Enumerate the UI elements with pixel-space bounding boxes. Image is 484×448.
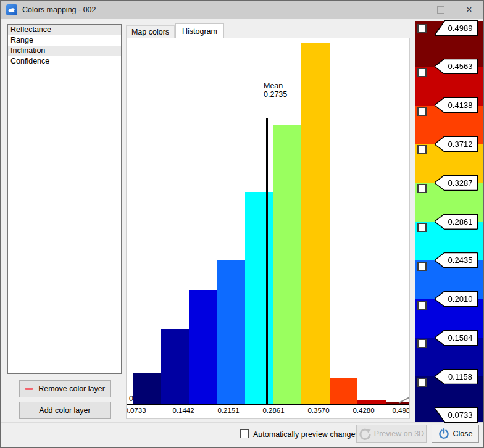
remove-color-layer-button[interactable]: Remove color layer bbox=[19, 380, 111, 397]
layer-list: ReflectanceRangeInclinationConfidence bbox=[7, 24, 122, 374]
scale-value-label: 0.3712 bbox=[435, 137, 477, 151]
power-icon bbox=[438, 428, 449, 439]
histogram-panel: 0 Mean 0.2735 0.07330.14420.21510.28610.… bbox=[126, 38, 410, 419]
segment-checkbox[interactable] bbox=[417, 145, 427, 154]
maximize-button[interactable] bbox=[427, 1, 455, 19]
x-tick-label: 0.1442 bbox=[172, 407, 194, 414]
scale-value-tag[interactable]: 0.3287 bbox=[435, 176, 477, 190]
scale-value-label: 0.1584 bbox=[435, 331, 477, 345]
mean-label: Mean bbox=[264, 81, 287, 90]
segment-checkbox[interactable] bbox=[417, 301, 427, 310]
maximize-icon bbox=[437, 6, 444, 14]
segment-checkbox[interactable] bbox=[417, 68, 427, 77]
auto-preview-checkbox[interactable] bbox=[240, 429, 249, 438]
scale-value-tag[interactable]: 0.1584 bbox=[435, 331, 477, 345]
scale-value-label: 0.1158 bbox=[435, 370, 477, 384]
histogram-bar bbox=[189, 290, 217, 404]
x-tick-label: 0.4989 bbox=[392, 407, 410, 414]
preview-on-3d-button[interactable]: Preview on 3D bbox=[356, 425, 427, 443]
mean-annotation: Mean 0.2735 bbox=[264, 81, 287, 99]
window-title: Colors mapping - 002 bbox=[22, 6, 96, 14]
minus-icon bbox=[25, 388, 33, 390]
x-tick-label: 0.2151 bbox=[217, 407, 239, 414]
window-controls: − × bbox=[398, 1, 483, 19]
minimize-button[interactable]: − bbox=[398, 1, 427, 19]
scale-value-label: 0.2435 bbox=[435, 253, 477, 267]
preview-on-3d-label: Preview on 3D bbox=[374, 429, 424, 438]
auto-preview-label: Automatically preview changes bbox=[253, 430, 359, 439]
mean-line bbox=[266, 118, 268, 404]
colors-mapping-window: Colors mapping - 002 − × ReflectanceRang… bbox=[0, 0, 484, 448]
list-item-reflectance[interactable]: Reflectance bbox=[8, 25, 121, 35]
histogram-bar bbox=[161, 329, 190, 404]
x-tick-label: 0.4280 bbox=[353, 407, 374, 414]
list-item-range[interactable]: Range bbox=[8, 35, 121, 46]
x-axis-line bbox=[127, 404, 409, 405]
remove-color-layer-label: Remove color layer bbox=[38, 384, 105, 393]
close-label: Close bbox=[453, 429, 473, 438]
scale-value-tag[interactable]: 0.2861 bbox=[435, 215, 477, 229]
segment-checkbox[interactable] bbox=[417, 107, 427, 116]
mean-value: 0.2735 bbox=[264, 90, 287, 99]
segment-checkbox[interactable] bbox=[417, 24, 427, 33]
segment-checkbox[interactable] bbox=[417, 378, 427, 387]
histogram-bar bbox=[330, 378, 358, 404]
list-item-confidence[interactable]: Confidence bbox=[8, 56, 121, 67]
scale-value-tag[interactable]: 0.2435 bbox=[435, 253, 477, 267]
scale-value-label: 0.4989 bbox=[435, 21, 477, 35]
app-cloud-icon bbox=[6, 4, 17, 15]
scale-value-tag[interactable]: 0.1158 bbox=[435, 370, 477, 384]
refresh-icon bbox=[359, 428, 372, 441]
color-scale: 0.49890.45630.41380.37120.32870.28610.24… bbox=[415, 21, 483, 422]
segment-checkbox[interactable] bbox=[417, 339, 427, 348]
scale-value-tag[interactable]: 0.4563 bbox=[435, 59, 477, 73]
scale-value-label: 0.3287 bbox=[435, 176, 477, 190]
x-tick-label: 0.3570 bbox=[307, 407, 329, 414]
histogram-bar bbox=[245, 192, 273, 404]
tab-histogram[interactable]: Histogram bbox=[175, 23, 224, 38]
segment-checkbox[interactable] bbox=[417, 184, 427, 193]
add-color-layer-button[interactable]: Add color layer bbox=[19, 402, 111, 419]
scale-value-label: 0.2861 bbox=[435, 215, 477, 229]
histogram-bar bbox=[217, 260, 246, 404]
histogram-bar bbox=[273, 125, 302, 404]
footer-separator bbox=[1, 422, 483, 423]
scale-value-tag[interactable]: 0.4138 bbox=[435, 98, 477, 112]
tab-map-colors[interactable]: Map colors bbox=[126, 25, 175, 38]
segment-checkbox[interactable] bbox=[417, 223, 427, 232]
scale-value-label: 0.4563 bbox=[435, 59, 477, 73]
x-tick-label: 0.0733 bbox=[126, 407, 146, 414]
scale-value-label: 0.4138 bbox=[435, 98, 477, 112]
scale-value-label: 0.0733 bbox=[435, 408, 477, 422]
histogram-bar bbox=[301, 43, 330, 404]
close-window-button[interactable]: × bbox=[455, 1, 483, 19]
scale-value-tag[interactable]: 0.4989 bbox=[435, 21, 477, 35]
histogram-bar bbox=[133, 373, 161, 404]
x-tick-label: 0.2861 bbox=[262, 407, 284, 414]
list-item-inclination[interactable]: Inclination bbox=[8, 46, 121, 56]
scale-value-label: 0.2010 bbox=[435, 292, 477, 306]
scale-value-tag[interactable]: 0.3712 bbox=[435, 137, 477, 151]
scale-value-tag[interactable]: 0.2010 bbox=[435, 292, 477, 306]
y-origin-label: 0 bbox=[129, 394, 133, 403]
add-color-layer-label: Add color layer bbox=[39, 406, 90, 415]
titlebar: Colors mapping - 002 − × bbox=[1, 1, 483, 19]
scale-value-tag[interactable]: 0.0733 bbox=[435, 408, 477, 422]
close-button[interactable]: Close bbox=[432, 425, 479, 443]
segment-checkbox[interactable] bbox=[417, 262, 427, 271]
